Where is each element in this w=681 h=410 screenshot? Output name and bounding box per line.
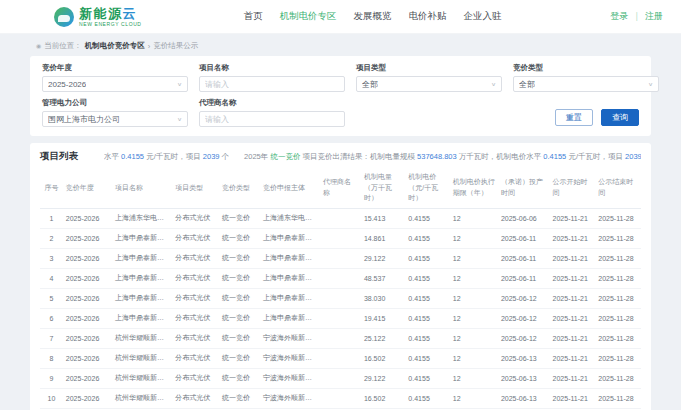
cell-index: 8 xyxy=(40,348,63,368)
ticker-segment: 元/千瓦时，项目 xyxy=(144,152,203,161)
cell-bid-type: 统一竞价 xyxy=(219,328,260,348)
cell-declare-entity: 上海浦东华电新... xyxy=(260,208,320,228)
login-link[interactable]: 登录 xyxy=(610,10,628,23)
filter-row-1: 竞价年度2025-2026∨项目名称请输入项目类型全部∨竞价类型全部∨ xyxy=(42,63,639,92)
cell-mech-price: 0.4155 xyxy=(405,208,449,228)
nav-item-enterprise-join[interactable]: 企业入驻 xyxy=(464,10,502,23)
cell-project-type: 分布式光伏 xyxy=(172,208,219,228)
cell-declare-entity: 上海申鼎泰新能... xyxy=(260,228,320,248)
cell-index: 3 xyxy=(40,248,63,268)
top-bar: 新能源云 NEW ENERGY CLOUD 首页机制电价专区发展概览电价补贴企业… xyxy=(0,0,681,34)
cell-publish-end: 2025-11-28 xyxy=(595,328,641,348)
nav-item-mechanism-price[interactable]: 机制电价专区 xyxy=(280,10,337,23)
chevron-down-icon: ∨ xyxy=(491,81,496,87)
cell-mech-energy: 16.502 xyxy=(361,388,405,408)
ticker-segment: 个 xyxy=(220,152,230,161)
table-row: 72025-2026杭州华耀顺新能...分布式光伏统一竞价宁波海外顺新能...2… xyxy=(40,328,641,348)
project-type-select[interactable]: 全部∨ xyxy=(356,76,502,92)
table-row: 42025-2026上海申鼎泰新能...分布式光伏统一竞价上海申鼎泰新能...4… xyxy=(40,268,641,288)
header-cell-agent-name: 代理商名称 xyxy=(320,168,361,208)
ticker-segment: 0.4155 xyxy=(121,152,144,161)
cell-commission-time: 2025-06-11 xyxy=(498,268,550,288)
cell-mech-price: 0.4155 xyxy=(405,248,449,268)
chevron-down-icon: ∨ xyxy=(177,81,182,87)
cell-project-name: 上海申鼎泰新能... xyxy=(112,228,172,248)
cell-bid-year: 2025-2026 xyxy=(63,348,112,368)
ticker-segment: 统一竞价 xyxy=(270,152,300,161)
cell-project-type: 分布式光伏 xyxy=(172,388,219,408)
power-company-select[interactable]: 国网上海市电力公司∨ xyxy=(42,111,188,127)
header-cell-project-name: 项目名称 xyxy=(112,168,172,208)
cell-exec-years: 12 xyxy=(450,308,498,328)
cell-mech-price: 0.4155 xyxy=(405,388,449,408)
cell-commission-time: 2025-06-11 xyxy=(498,228,550,248)
cell-index: 6 xyxy=(40,308,63,328)
header-cell-mech-energy: 机制电量（万千瓦时） xyxy=(361,168,405,208)
reset-button[interactable]: 重置 xyxy=(555,109,593,126)
filter-row-2: 管理电力公司国网上海市电力公司∨代理商名称请输入重置查询 xyxy=(42,98,639,127)
cell-index: 2 xyxy=(40,228,63,248)
logo[interactable]: 新能源云 NEW ENERGY CLOUD xyxy=(54,7,142,27)
bid-type-select[interactable]: 全部∨ xyxy=(513,76,659,92)
cell-publish-end: 2025-11-28 xyxy=(595,388,641,408)
cell-publish-start: 2025-11-21 xyxy=(550,288,596,308)
search-button[interactable]: 查询 xyxy=(601,109,639,126)
cell-mech-price: 0.4155 xyxy=(405,228,449,248)
breadcrumb-section[interactable]: 机制电价竞价专区 xyxy=(85,41,145,51)
cell-exec-years: 12 xyxy=(450,368,498,388)
header-cell-publish-end: 公示结束时间 xyxy=(595,168,641,208)
cell-bid-type: 统一竞价 xyxy=(219,348,260,368)
cell-publish-start: 2025-11-21 xyxy=(550,228,596,248)
cell-bid-type: 统一竞价 xyxy=(219,388,260,408)
cell-commission-time: 2025-06-06 xyxy=(498,208,550,228)
cell-publish-start: 2025-11-21 xyxy=(550,368,596,388)
header-cell-mech-price: 机制电价（元/千瓦时） xyxy=(405,168,449,208)
register-link[interactable]: 注册 xyxy=(645,10,663,23)
cell-agent-name xyxy=(320,208,361,228)
cell-publish-end: 2025-11-28 xyxy=(595,348,641,368)
nav-item-development-overview[interactable]: 发展概览 xyxy=(354,10,392,23)
cell-commission-time: 2025-06-13 xyxy=(498,368,550,388)
cell-bid-year: 2025-2026 xyxy=(63,308,112,328)
cell-mech-price: 0.4155 xyxy=(405,328,449,348)
filter-label-bid-type: 竞价类型 xyxy=(513,63,659,73)
filter-field-project-type: 项目类型全部∨ xyxy=(356,63,502,92)
result-table: 序号竞价年度项目名称项目类型竞价类型竞价申报主体代理商名称机制电量（万千瓦时）机… xyxy=(40,168,641,409)
nav-item-home[interactable]: 首页 xyxy=(244,10,263,23)
cell-mech-energy: 48.537 xyxy=(361,268,405,288)
cell-project-type: 分布式光伏 xyxy=(172,288,219,308)
header-cell-index: 序号 xyxy=(40,168,63,208)
cell-publish-end: 2025-11-28 xyxy=(595,228,641,248)
cell-agent-name xyxy=(320,368,361,388)
cell-project-type: 分布式光伏 xyxy=(172,268,219,288)
cell-exec-years: 12 xyxy=(450,348,498,368)
cell-mech-energy: 25.122 xyxy=(361,328,405,348)
filter-panel: 竞价年度2025-2026∨项目名称请输入项目类型全部∨竞价类型全部∨ 管理电力… xyxy=(30,56,651,136)
project-type-value: 全部 xyxy=(362,79,378,90)
cell-commission-time: 2025-06-12 xyxy=(498,308,550,328)
cell-mech-price: 0.4155 xyxy=(405,368,449,388)
cell-exec-years: 12 xyxy=(450,208,498,228)
breadcrumb: ◉ 当前位置： 机制电价竞价专区 › 竞价结果公示 xyxy=(0,34,681,56)
nav-item-price-subsidy[interactable]: 电价补贴 xyxy=(409,10,447,23)
filter-label-bid-year: 竞价年度 xyxy=(42,63,188,73)
bid-type-value: 全部 xyxy=(519,79,535,90)
table-row: 22025-2026上海申鼎泰新能...分布式光伏统一竞价上海申鼎泰新能...1… xyxy=(40,228,641,248)
table-row: 92025-2026杭州华耀顺新能...分布式光伏统一竞价宁波海外顺新能...2… xyxy=(40,368,641,388)
header-cell-declare-entity: 竞价申报主体 xyxy=(260,168,320,208)
filter-label-project-type: 项目类型 xyxy=(356,63,502,73)
cell-declare-entity: 上海申鼎泰新能... xyxy=(260,248,320,268)
cell-declare-entity: 宁波海外顺新能... xyxy=(260,348,320,368)
agent-name-input[interactable]: 请输入 xyxy=(199,111,345,127)
cell-project-name: 杭州华耀顺新能... xyxy=(112,368,172,388)
project-name-input[interactable]: 请输入 xyxy=(199,76,345,92)
cell-publish-end: 2025-11-28 xyxy=(595,208,641,228)
cell-mech-energy: 38.030 xyxy=(361,288,405,308)
cell-project-name: 上海浦东华电新... xyxy=(112,208,172,228)
bid-year-select[interactable]: 2025-2026∨ xyxy=(42,76,188,92)
result-list-panel: 项目列表 水平 0.4155 元/千瓦时，项目 2039 个 2025年 统一竞… xyxy=(30,143,651,410)
cell-declare-entity: 宁波海外顺新能... xyxy=(260,368,320,388)
ticker-segment: 项目竞价出清结果：机制电量规模 xyxy=(300,152,417,161)
cell-index: 1 xyxy=(40,208,63,228)
cell-project-type: 分布式光伏 xyxy=(172,308,219,328)
